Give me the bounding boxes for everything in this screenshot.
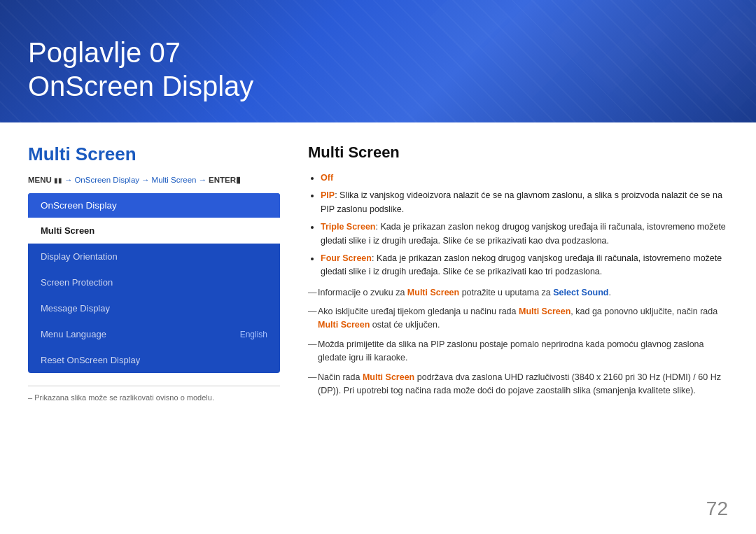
- list-item-four: Four Screen: Kada je prikazan zaslon nek…: [321, 252, 728, 279]
- note-4: Način rada Multi Screen podržava dva zas…: [308, 371, 728, 398]
- osd-display-link: OnScreen Display: [74, 176, 139, 184]
- left-section-title: Multi Screen: [28, 143, 280, 165]
- note-3: Možda primijetite da slika na PIP zaslon…: [308, 338, 728, 365]
- right-column: Multi Screen Off PIP: Slika iz vanjskog …: [308, 143, 728, 499]
- feature-list: Off PIP: Slika iz vanjskog videoizvora n…: [308, 171, 728, 279]
- page-number: 72: [706, 498, 728, 520]
- menu-item-multi-screen[interactable]: Multi Screen: [28, 218, 280, 244]
- menu-item-reset-osd[interactable]: Reset OnScreen Display: [28, 347, 280, 373]
- arrow-1: →: [64, 176, 73, 184]
- menu-item-screen-protection[interactable]: Screen Protection: [28, 269, 280, 295]
- off-label: Off: [321, 173, 333, 183]
- menu-item-display-orientation[interactable]: Display Orientation: [28, 244, 280, 269]
- arrow-3: →: [198, 176, 206, 184]
- main-content: Multi Screen MENU ▮▮ → OnScreen Display …: [0, 122, 756, 513]
- pip-label: PIP: [321, 190, 335, 200]
- multi-screen-link: Multi Screen: [152, 176, 197, 184]
- list-item-pip: PIP: Slika iz vanjskog videoizvora nalaz…: [321, 189, 728, 216]
- menu-item-menu-language[interactable]: Menu Language English: [28, 321, 280, 347]
- note-2: Ako isključite uređaj tijekom gledanja u…: [308, 305, 728, 332]
- arrow-2: →: [141, 176, 150, 184]
- enter-label: ENTER▮: [209, 175, 241, 185]
- subtitle-label: OnScreen Display: [28, 71, 253, 101]
- left-column: Multi Screen MENU ▮▮ → OnScreen Display …: [28, 143, 280, 499]
- header-banner: Poglavlje 07 OnScreen Display: [0, 0, 756, 122]
- chapter-label: Poglavlje 07: [28, 37, 181, 68]
- menu-path: MENU ▮▮ → OnScreen Display → Multi Scree…: [28, 175, 280, 185]
- triple-screen-label: Triple Screen: [321, 222, 376, 232]
- footnote: – Prikazana slika može se razlikovati ov…: [28, 386, 280, 402]
- menu-item-message-display[interactable]: Message Display: [28, 295, 280, 321]
- osd-panel: OnScreen Display Multi Screen Display Or…: [28, 193, 280, 373]
- list-item-triple: Triple Screen: Kada je prikazan zaslon n…: [321, 220, 728, 248]
- menu-label: MENU: [28, 176, 52, 184]
- four-screen-label: Four Screen: [321, 253, 372, 263]
- osd-panel-header: OnScreen Display: [28, 193, 280, 218]
- right-section-title: Multi Screen: [308, 143, 728, 162]
- header-decoration: [406, 0, 756, 122]
- header-title: Poglavlje 07 OnScreen Display: [28, 36, 253, 103]
- note-1: Informacije o zvuku za Multi Screen potr…: [308, 286, 728, 300]
- menu-icon: ▮▮: [54, 176, 62, 184]
- list-item-off: Off: [321, 171, 728, 185]
